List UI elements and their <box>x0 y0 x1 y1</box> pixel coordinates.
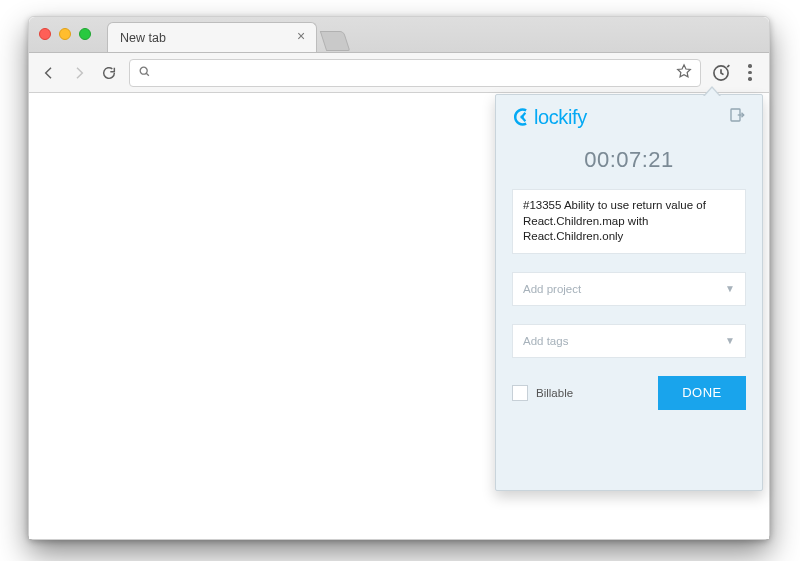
dots-icon <box>748 64 752 68</box>
chevron-down-icon: ▼ <box>725 335 735 346</box>
project-placeholder: Add project <box>523 283 581 295</box>
forward-button[interactable] <box>69 63 89 83</box>
billable-label: Billable <box>536 387 573 399</box>
star-icon <box>676 63 692 79</box>
billable-checkbox[interactable]: Billable <box>512 385 573 401</box>
popup-header: lockify <box>512 95 746 139</box>
search-icon <box>138 64 151 82</box>
task-description-text: #13355 Ability to use return value of Re… <box>523 199 706 242</box>
clockify-extension-button[interactable] <box>711 63 731 83</box>
timer-display: 00:07:21 <box>512 147 746 173</box>
browser-toolbar <box>29 53 769 93</box>
bookmark-button[interactable] <box>676 63 692 83</box>
window-close-button[interactable] <box>39 28 51 40</box>
tab-close-button[interactable]: × <box>294 30 308 44</box>
clockify-logo: lockify <box>512 106 587 129</box>
svg-line-1 <box>146 73 149 76</box>
tab-strip: New tab × <box>29 17 769 53</box>
window-controls <box>39 28 91 40</box>
reload-icon <box>101 65 117 81</box>
checkbox-icon <box>512 385 528 401</box>
browser-tab[interactable]: New tab × <box>107 22 317 52</box>
window-minimize-button[interactable] <box>59 28 71 40</box>
task-description-input[interactable]: #13355 Ability to use return value of Re… <box>512 189 746 254</box>
done-button[interactable]: DONE <box>658 376 746 410</box>
tags-dropdown[interactable]: Add tags ▼ <box>512 324 746 358</box>
svg-marker-2 <box>678 64 691 76</box>
logout-icon <box>728 106 746 124</box>
done-button-label: DONE <box>682 385 722 400</box>
new-tab-button[interactable] <box>320 31 350 51</box>
popup-caret-icon <box>703 86 721 96</box>
reload-button[interactable] <box>99 63 119 83</box>
svg-point-0 <box>140 67 147 74</box>
popup-footer: Billable DONE <box>512 376 746 410</box>
browser-window: New tab × <box>28 16 770 540</box>
tab-title: New tab <box>120 31 166 45</box>
tags-placeholder: Add tags <box>523 335 568 347</box>
clock-icon <box>711 63 731 83</box>
clockify-logo-icon <box>512 107 532 127</box>
project-dropdown[interactable]: Add project ▼ <box>512 272 746 306</box>
page-content: lockify 00:07:21 #13355 Ability to use r… <box>29 93 769 539</box>
chevron-down-icon: ▼ <box>725 283 735 294</box>
clockify-popup: lockify 00:07:21 #13355 Ability to use r… <box>495 94 763 491</box>
window-maximize-button[interactable] <box>79 28 91 40</box>
arrow-left-icon <box>41 65 57 81</box>
address-bar[interactable] <box>129 59 701 87</box>
arrow-right-icon <box>71 65 87 81</box>
address-input[interactable] <box>159 65 668 80</box>
back-button[interactable] <box>39 63 59 83</box>
browser-menu-button[interactable] <box>741 64 759 81</box>
clockify-logo-text: lockify <box>534 106 587 129</box>
svg-line-4 <box>727 65 729 67</box>
logout-button[interactable] <box>728 106 746 128</box>
